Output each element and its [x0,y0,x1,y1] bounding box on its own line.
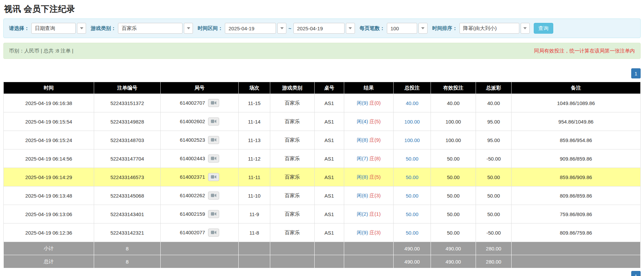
footer-label: 总计 [4,255,94,268]
cell-valid-bet: 40.00 [431,94,476,112]
cell-table: AS1 [315,131,344,149]
total-bet-link[interactable]: 50.00 [406,230,418,236]
cell-time: 2025-04-19 06:16:38 [4,94,94,112]
footer-count: 8 [94,242,161,255]
video-replay-button[interactable] [208,229,219,236]
table-row: 2025-04-19 06:12:36522433142321614002077… [4,223,641,242]
table-row: 2025-04-19 06:14:56522433147704614002443… [4,149,641,168]
chevron-down-icon [523,27,527,29]
video-camera-icon [211,119,216,125]
footer-valid-bet: 490.00 [431,255,476,268]
column-header: 总投注 [394,82,431,94]
page-title: 视讯 会员下注纪录 [3,0,641,19]
video-camera-icon [211,194,216,199]
date-to-combo: 2025-04-19 [293,23,355,34]
cell-total-bet: 50.00 [394,186,431,205]
cell-valid-bet: 100.00 [431,131,476,149]
result-banker: 庄(9) [369,137,380,143]
total-bet-link[interactable]: 100.00 [404,119,420,125]
cell-payout: 95.00 [476,112,512,131]
round-number: 614002371 [180,174,205,180]
time-sort-label: 时间排序： [432,25,457,32]
result-banker: 庄(1) [369,211,380,217]
result-banker: 庄(5) [369,118,380,124]
per-page-caret-button[interactable] [418,23,428,34]
total-bet-link[interactable]: 50.00 [406,156,418,162]
page-button-1[interactable]: 1 [631,68,641,78]
filter-bar: 请选择： 日期查询 游戏类别： 百家乐 时间区间： 2025-04-19 ~ 2… [3,19,641,38]
cell-game: 百家乐 [270,186,315,205]
pagination-top: 1 [3,68,641,78]
column-header: 结果 [344,82,394,94]
cell-game: 百家乐 [270,94,315,112]
total-bet-link[interactable]: 50.00 [406,211,418,217]
total-bet-link[interactable]: 40.00 [406,100,418,106]
cell-bet-id: 522433147704 [94,149,161,168]
cell-result: 闲(4) 庄(5) [344,112,394,131]
result-player: 闲(2) [357,211,368,217]
chevron-down-icon [349,27,352,29]
table-footer-row: 小计8490.00490.00280.00 [4,242,641,255]
cell-remark: 809.86/759.86 [512,223,641,242]
footer-total-bet: 490.00 [394,242,431,255]
video-replay-button[interactable] [208,99,219,107]
date-to-caret-button[interactable] [346,23,355,34]
time-sort-value[interactable]: 降幂(由大到小) [459,23,519,34]
footer-result [344,255,394,268]
per-page-combo: 100 [387,23,428,34]
search-button[interactable]: 查询 [534,23,553,34]
footer-session [239,255,270,268]
cell-table: AS1 [315,168,344,186]
cell-bet-id: 522433146573 [94,168,161,186]
per-page-value[interactable]: 100 [387,23,417,34]
result-player: 闲(8) [357,174,368,180]
column-header: 有效投注 [431,82,476,94]
cell-payout: 95.00 [476,131,512,149]
cell-valid-bet: 100.00 [431,112,476,131]
footer-remark [512,255,641,268]
total-bet-link[interactable]: 50.00 [406,193,418,199]
result-banker: 庄(3) [369,230,380,235]
result-player: 闲(9) [357,100,368,106]
table-header-row: 时间注单编号局号场次游戏类别桌号结果总投注有效投注总派彩备注 [4,82,641,94]
video-replay-button[interactable] [208,210,219,218]
cell-session: 11-11 [239,168,270,186]
video-replay-button[interactable] [208,154,219,162]
total-bet-link[interactable]: 50.00 [406,174,418,180]
cell-session: 11-9 [239,205,270,223]
video-replay-button[interactable] [208,192,219,199]
cell-result: 闲(7) 庄(8) [344,149,394,168]
round-number: 614002707 [180,100,205,106]
select-type-caret-button[interactable] [77,23,86,34]
cell-game: 百家乐 [270,223,315,242]
summary-bar: 币别：人民币 | 总共 :8 注单 | 同局有效投注，统一计算在该局第一张注单内 [3,43,641,59]
time-sort-caret-button[interactable] [521,23,530,34]
result-banker: 庄(3) [369,193,380,198]
cell-table: AS1 [315,186,344,205]
chevron-down-icon [80,27,83,29]
cell-time: 2025-04-19 06:14:29 [4,168,94,186]
date-to-value[interactable]: 2025-04-19 [293,23,345,34]
cell-session: 11-8 [239,223,270,242]
cell-time: 2025-04-19 06:13:06 [4,205,94,223]
video-replay-button[interactable] [208,173,219,181]
footer-payout: 280.00 [476,242,512,255]
page: 视讯 会员下注纪录 请选择： 日期查询 游戏类别： 百家乐 时间区间： 2025… [0,0,644,276]
date-from-value[interactable]: 2025-04-19 [225,23,276,34]
game-type-caret-button[interactable] [184,23,193,34]
cell-remark: 1049.86/1089.86 [512,94,641,112]
cell-total-bet: 40.00 [394,94,431,112]
page-button-1[interactable]: 1 [631,271,641,276]
date-from-caret-button[interactable] [277,23,286,34]
summary-currency-total: 币别：人民币 | 总共 :8 注单 | [9,48,73,54]
cell-table: AS1 [315,223,344,242]
game-type-value[interactable]: 百家乐 [118,23,183,34]
column-header: 局号 [161,82,239,94]
select-type-value[interactable]: 日期查询 [31,23,76,34]
video-replay-button[interactable] [208,117,219,125]
video-camera-icon [211,231,216,236]
result-banker: 庄(0) [369,100,380,106]
game-type-label: 游戏类别： [91,25,116,32]
video-replay-button[interactable] [208,136,219,144]
total-bet-link[interactable]: 100.00 [404,137,420,143]
